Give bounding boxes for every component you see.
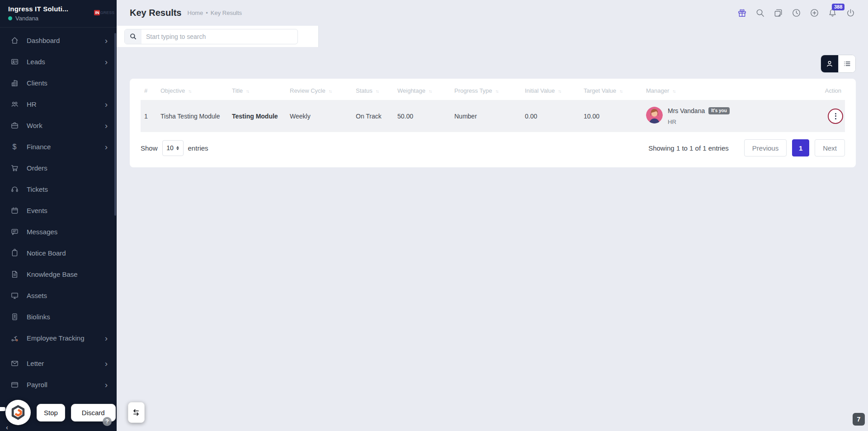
row-title: Testing Module (228, 100, 286, 132)
filter-toolbar (117, 26, 868, 47)
stop-button[interactable]: Stop (37, 404, 65, 422)
cart-icon (10, 164, 19, 173)
col-title[interactable]: Title↑↓ (228, 81, 286, 100)
chevron-right-icon: › (105, 142, 108, 151)
breadcrumb-current: Key Results (211, 9, 242, 16)
row-weightage: 50.00 (394, 100, 451, 132)
row-manager: Mrs Vandana It's you HR (642, 100, 819, 132)
manager-role: HR (668, 118, 730, 125)
sidebar-item-orders[interactable]: Orders (0, 157, 117, 179)
sidebar-item-finance[interactable]: $ Finance › (0, 136, 117, 157)
col-weightage[interactable]: Weightage↑↓ (394, 81, 451, 100)
main-area: Key Results Home • Key Results 388 (117, 0, 868, 431)
col-initial-value[interactable]: Initial Value↑↓ (521, 81, 580, 100)
key-results-card: # Objective↑↓ Title↑↓ Review Cycle↑↓ Sta… (130, 79, 856, 167)
content-area: # Objective↑↓ Title↑↓ Review Cycle↑↓ Sta… (117, 47, 868, 167)
swap-arrows-button[interactable] (128, 402, 145, 423)
ingress-logo: INGRESS (94, 10, 114, 15)
row-progress-type: Number (451, 100, 521, 132)
building-icon (10, 79, 19, 88)
sidebar-item-employee-tracking[interactable]: Employee Tracking › (0, 327, 117, 349)
sidebar-item-assets[interactable]: Assets (0, 285, 117, 306)
sidebar-item-knowledge-base[interactable]: Knowledge Base (0, 264, 117, 285)
col-target-value[interactable]: Target Value↑↓ (580, 81, 642, 100)
sidebar-item-dashboard[interactable]: Dashboard › (0, 30, 117, 51)
sidebar-item-biolinks[interactable]: Biolinks (0, 306, 117, 327)
clock-icon[interactable] (791, 8, 801, 18)
sort-icon: ↑↓ (329, 89, 331, 94)
sidebar-scrollbar[interactable] (114, 33, 116, 216)
dollar-icon: $ (10, 142, 19, 152)
monitor-icon (10, 291, 19, 300)
sidebar-item-clients[interactable]: Clients (0, 72, 117, 94)
user-name: Vandana (15, 15, 38, 22)
sidebar-item-payroll[interactable]: Payroll › (0, 374, 117, 395)
sidebar-item-notice-board[interactable]: Notice Board (0, 242, 117, 264)
its-you-badge: It's you (708, 107, 730, 114)
col-objective[interactable]: Objective↑↓ (157, 81, 228, 100)
view-toggle-group (821, 55, 856, 73)
sort-icon: ↑↓ (558, 89, 561, 94)
sidebar-item-label: Events (27, 207, 47, 214)
page-1-button[interactable]: 1 (792, 139, 809, 156)
plus-circle-icon[interactable] (809, 8, 819, 18)
sidebar-item-label: HR (27, 100, 37, 108)
list-view-toggle[interactable] (838, 55, 855, 72)
row-num: 1 (141, 100, 157, 132)
sidebar-item-label: Biolinks (27, 313, 50, 321)
search-input[interactable] (142, 33, 297, 40)
search-strip (117, 26, 319, 47)
notes-icon[interactable] (773, 8, 783, 18)
col-action: Action (819, 81, 845, 100)
sidebar-item-work[interactable]: Work › (0, 115, 117, 136)
sidebar-item-leads[interactable]: Leads › (0, 51, 117, 72)
power-icon[interactable] (845, 8, 855, 18)
sidebar-item-label: Employee Tracking (27, 334, 85, 342)
gift-icon[interactable] (737, 8, 747, 18)
row-status: On Track (352, 100, 394, 132)
col-manager[interactable]: Manager↑↓ (642, 81, 819, 100)
sidebar-item-label: Payroll (27, 381, 47, 388)
sort-icon: ↑↓ (672, 89, 675, 94)
leads-card-icon (10, 57, 19, 66)
breadcrumb-home[interactable]: Home (188, 9, 203, 16)
sidebar-item-label: Tickets (27, 185, 48, 193)
clipboard-icon (10, 249, 19, 258)
next-page-button[interactable]: Next (815, 139, 845, 156)
page-size-select[interactable]: 10 (162, 140, 184, 156)
col-status[interactable]: Status↑↓ (352, 81, 394, 100)
col-progress-type[interactable]: Progress Type↑↓ (451, 81, 521, 100)
search-icon[interactable] (755, 8, 765, 18)
help-icon[interactable]: ? (103, 417, 112, 426)
chevron-right-icon: › (105, 36, 108, 45)
sidebar-item-messages[interactable]: Messages (0, 221, 117, 242)
sidebar-item-letter[interactable]: Letter › (0, 353, 117, 374)
entries-label: entries (188, 144, 208, 152)
sidebar-item-label: Leads (27, 58, 45, 66)
bell-icon[interactable]: 388 (827, 8, 837, 18)
current-user: Vandana (8, 15, 109, 22)
sidebar-item-events[interactable]: Events (0, 200, 117, 221)
kebab-menu-icon (835, 113, 836, 119)
sidebar-item-tickets[interactable]: Tickets (0, 179, 117, 200)
sort-icon: ↑↓ (376, 89, 378, 94)
col-review-cycle[interactable]: Review Cycle↑↓ (286, 81, 352, 100)
manager-name[interactable]: Mrs Vandana (668, 107, 705, 114)
chevron-right-icon: › (105, 121, 108, 130)
id-badge-icon (10, 313, 19, 322)
person-view-toggle[interactable] (821, 55, 838, 72)
online-status-dot (8, 16, 12, 20)
previous-page-button[interactable]: Previous (744, 139, 787, 156)
sidebar-item-label: Notice Board (27, 249, 66, 257)
search-icon (125, 29, 142, 44)
col-num: # (141, 81, 157, 100)
row-actions-menu-button[interactable] (828, 109, 843, 124)
row-target-value: 10.00 (580, 100, 642, 132)
chevron-right-icon: › (105, 359, 108, 368)
wallet-icon (10, 380, 19, 389)
row-initial-value: 0.00 (521, 100, 580, 132)
sidebar-item-hr[interactable]: HR › (0, 94, 117, 115)
recorder-logo-button[interactable] (5, 400, 31, 425)
sort-icon: ↑↓ (188, 89, 191, 94)
sidebar-item-label: Dashboard (27, 37, 60, 44)
